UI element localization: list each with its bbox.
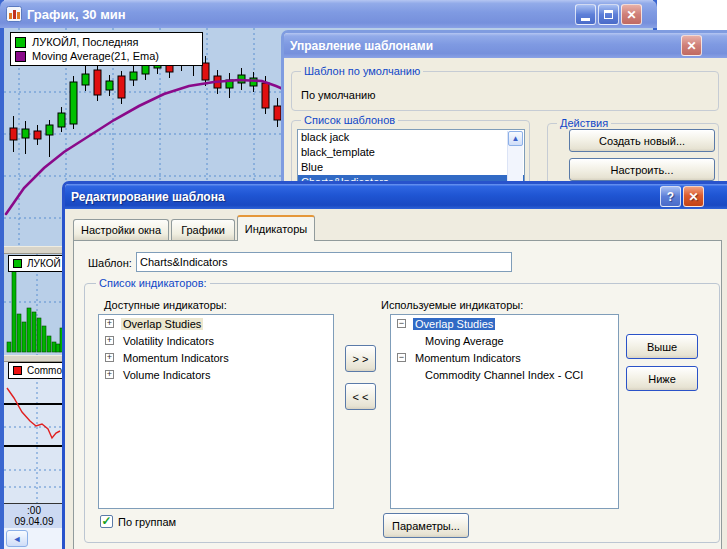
close-icon: ✕ [626, 8, 636, 22]
default-template-group-label: Шаблон по умолчанию [301, 65, 423, 77]
tree-item[interactable]: −Overlap Studies [391, 315, 618, 332]
tree-item[interactable]: +Overlap Studies [99, 315, 333, 332]
series-swatch [15, 37, 26, 48]
default-template-value: По умолчанию [301, 89, 375, 101]
template-list-item[interactable]: black jack [298, 130, 524, 145]
close-icon: ✕ [688, 190, 698, 204]
minimize-icon [581, 18, 590, 21]
parameters-button[interactable]: Параметры... [383, 513, 469, 538]
tree-item[interactable]: +Momentum Indicators [99, 349, 333, 366]
tree-item-label: Moving Average [423, 335, 506, 347]
tree-item[interactable]: Commodity Channel Index - CCI [391, 366, 618, 383]
help-icon: ? [667, 190, 674, 204]
dialog-controls: ? ✕ [658, 186, 704, 207]
tree-item-label: Overlap Studies [121, 318, 203, 330]
tab-window-settings[interactable]: Настройки окна [73, 219, 169, 240]
tree-item[interactable]: Moving Average [391, 332, 618, 349]
expand-icon[interactable]: + [105, 336, 114, 345]
tree-item-label: Commodity Channel Index - CCI [423, 369, 585, 381]
actions-group-label: Действия [557, 117, 611, 129]
series-swatch [13, 366, 22, 375]
tree-item-label: Overlap Studies [413, 318, 495, 330]
tree-item[interactable]: −Momentum Indicators [391, 349, 618, 366]
scroll-up-button[interactable]: ▲ [508, 131, 523, 146]
move-up-button[interactable]: Выше [626, 334, 698, 359]
time-axis-label: :00 09.04.09 [4, 505, 64, 527]
collapse-icon[interactable]: − [397, 353, 406, 362]
checkmark-icon: ✓ [101, 514, 111, 528]
legend-row: ЛУКОЙЛ, Последняя [15, 35, 198, 49]
tree-item-label: Momentum Indicators [413, 352, 523, 364]
chart-legend: ЛУКОЙЛ, Последняя Moving Average(21, Ema… [10, 32, 203, 66]
legend-label: ЛУКОЙЛ, Последняя [32, 36, 139, 48]
maximize-button[interactable] [598, 4, 619, 25]
expand-icon[interactable]: + [105, 353, 114, 362]
close-icon: ✕ [686, 39, 696, 53]
tab-indicators[interactable]: Индикаторы [237, 215, 315, 241]
template-list-item[interactable]: black_template [298, 145, 524, 160]
close-button[interactable]: ✕ [621, 4, 642, 25]
used-indicators-tree[interactable]: −Overlap StudiesMoving Average−Momentum … [390, 314, 619, 509]
indicators-tab-page: Шаблон: Список индикаторов: Доступные ин… [73, 240, 722, 549]
legend-row: Moving Average(21, Ema) [15, 49, 198, 63]
legend-label: ЛУКОЙ [27, 258, 61, 269]
available-indicators-tree[interactable]: +Overlap Studies+Volatility Indicators+M… [98, 314, 334, 509]
indicators-group-label: Список индикаторов: [96, 277, 210, 289]
move-down-button[interactable]: Ниже [626, 366, 698, 391]
configure-button[interactable]: Настроить... [569, 158, 715, 181]
close-button[interactable]: ✕ [681, 35, 702, 56]
series-swatch [13, 259, 22, 268]
series-swatch [15, 51, 26, 62]
tree-item-label: Volatility Indicators [121, 335, 216, 347]
template-manager-titlebar[interactable]: Управление шаблонами ✕ [284, 33, 727, 58]
axis-time: :00 [4, 505, 64, 516]
chart-window-titlebar[interactable]: График, 30 мин ✕ [0, 0, 657, 28]
create-new-button[interactable]: Создать новый... [569, 129, 715, 152]
tree-item[interactable]: +Volume Indicators [99, 366, 333, 383]
scroll-left-icon: ◄ [13, 534, 22, 544]
group-by-checkbox[interactable]: ✓ [100, 515, 113, 528]
available-indicators-label: Доступные индикаторы: [104, 299, 227, 311]
move-left-button[interactable]: < < [345, 383, 376, 410]
tab-charts[interactable]: Графики [171, 219, 235, 240]
template-list-item[interactable]: Blue [298, 160, 524, 175]
legend-label: Commo [27, 365, 62, 376]
close-button[interactable]: ✕ [683, 186, 704, 207]
template-manager-title: Управление шаблонами [290, 39, 433, 53]
scroll-up-icon: ▲ [512, 134, 520, 143]
axis-date: 09.04.09 [4, 516, 64, 527]
group-by-label: По группам [118, 516, 176, 528]
template-editor-titlebar[interactable]: Редактирование шаблона ? ✕ [65, 184, 727, 209]
tree-item-label: Momentum Indicators [121, 352, 231, 364]
expand-icon[interactable]: + [105, 370, 114, 379]
help-button[interactable]: ? [660, 186, 681, 207]
used-indicators-label: Используемые индикаторы: [381, 299, 523, 311]
expand-icon[interactable]: + [105, 319, 114, 328]
legend-label: Moving Average(21, Ema) [32, 50, 159, 62]
move-right-button[interactable]: > > [345, 345, 376, 372]
template-name-input[interactable] [136, 252, 512, 272]
maximize-icon [604, 10, 613, 19]
template-editor-title: Редактирование шаблона [71, 190, 225, 204]
tree-item[interactable]: +Volatility Indicators [99, 332, 333, 349]
template-editor-dialog: Редактирование шаблона ? ✕ Настройки окн… [62, 181, 727, 549]
template-list-group-label: Список шаблонов [301, 114, 398, 126]
chart-window-icon [6, 6, 22, 22]
minimize-button[interactable] [575, 4, 596, 25]
scroll-left-button[interactable]: ◄ [6, 530, 28, 547]
collapse-icon[interactable]: − [397, 319, 406, 328]
window-controls: ✕ [573, 4, 642, 25]
tree-item-label: Volume Indicators [121, 369, 212, 381]
screen: График, 30 мин ✕ ЛУКОЙЛ, Последняя Movin… [0, 0, 727, 549]
template-field-label: Шаблон: [88, 257, 132, 269]
chart-window-title: График, 30 мин [27, 7, 126, 22]
